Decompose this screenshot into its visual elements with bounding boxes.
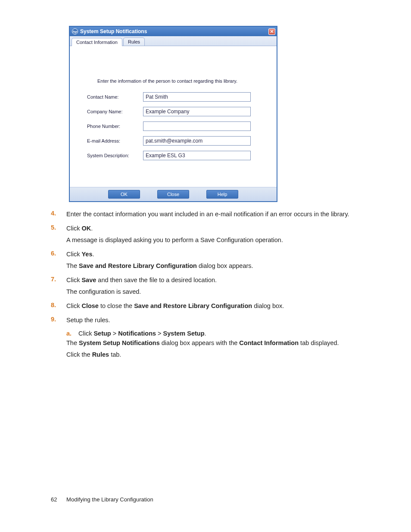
step-number: 9.	[51, 316, 66, 327]
close-button[interactable]: Close	[157, 190, 189, 199]
company-name-label: Company Name:	[87, 109, 143, 114]
step-text: The configuration is saved.	[66, 287, 360, 296]
substep-number: a.	[66, 330, 78, 337]
step-text: Enter the contact information you want i…	[66, 210, 360, 219]
dialog-button-bar: OK Close Help	[70, 187, 277, 201]
step-text: Click Yes.	[66, 250, 360, 259]
page-footer: 62 Modifying the Library Configuration	[51, 496, 153, 503]
dialog-titlebar: hp System Setup Notifications	[70, 27, 277, 36]
step-text: The System Setup Notifications dialog bo…	[66, 339, 360, 348]
ok-button[interactable]: OK	[108, 190, 140, 199]
step-8: 8. Click Close to close the Save and Res…	[51, 302, 360, 313]
system-description-input[interactable]	[143, 151, 251, 160]
step-4: 4. Enter the contact information you wan…	[51, 210, 360, 221]
step-5: 5. Click OK. A message is displayed aski…	[51, 224, 360, 247]
step-text: A message is displayed asking you to per…	[66, 236, 360, 245]
dialog-instruction: Enter the information of the person to c…	[97, 78, 268, 84]
contact-name-label: Contact Name:	[87, 94, 143, 100]
dialog-body: Enter the information of the person to c…	[70, 46, 277, 187]
company-name-input[interactable]	[143, 107, 251, 116]
step-number: 7.	[51, 276, 66, 299]
phone-number-label: Phone Number:	[87, 124, 143, 129]
step-9: 9. Setup the rules.	[51, 316, 360, 327]
close-icon[interactable]	[268, 28, 275, 35]
step-text: Click the Rules tab.	[66, 350, 360, 359]
step-6: 6. Click Yes. The Save and Restore Libra…	[51, 250, 360, 273]
step-7: 7. Click Save and then save the file to …	[51, 276, 360, 299]
step-text: Click Close to close the Save and Restor…	[66, 302, 360, 311]
step-number: 4.	[51, 210, 66, 221]
system-setup-notifications-dialog: hp System Setup Notifications Contact In…	[69, 26, 277, 202]
step-number: 5.	[51, 224, 66, 247]
tab-strip: Contact Information Rules	[70, 36, 277, 46]
hp-logo-icon: hp	[72, 28, 78, 34]
step-text: Click OK.	[66, 224, 360, 233]
dialog-title: System Setup Notifications	[80, 28, 147, 34]
phone-number-input[interactable]	[143, 121, 251, 131]
substep-text: Click Setup > Notifications > System Set…	[78, 330, 206, 337]
footer-title: Modifying the Library Configuration	[66, 496, 153, 503]
step-text: The Save and Restore Library Configurati…	[66, 261, 360, 271]
email-address-label: E-mail Address:	[87, 138, 143, 143]
step-text: Setup the rules.	[66, 316, 360, 325]
step-text: Click Save and then save the file to a d…	[66, 276, 360, 285]
substep-a: a. Click Setup > Notifications > System …	[66, 330, 360, 337]
help-button[interactable]: Help	[206, 190, 238, 199]
step-number: 6.	[51, 250, 66, 273]
tab-contact-information[interactable]: Contact Information	[72, 38, 122, 46]
step-number: 8.	[51, 302, 66, 313]
tab-rules[interactable]: Rules	[123, 37, 145, 46]
contact-name-input[interactable]	[143, 92, 251, 102]
email-address-input[interactable]	[143, 136, 251, 146]
page-number: 62	[51, 496, 57, 503]
system-description-label: System Description:	[87, 153, 143, 158]
